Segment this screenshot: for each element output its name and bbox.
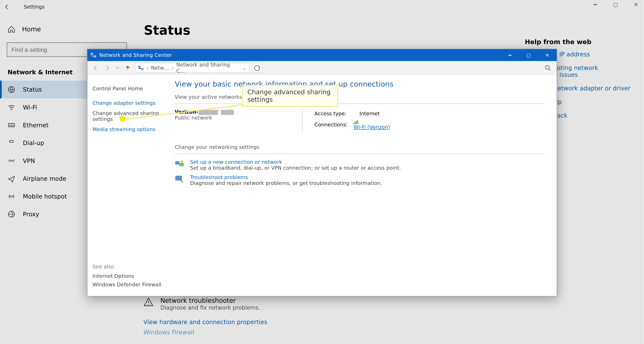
troubleshoot-item[interactable]: Troubleshoot problems Diagnose and repai…: [175, 174, 545, 186]
cp-minimize-icon[interactable]: ━: [500, 49, 519, 61]
sidebar-item-label: Proxy: [23, 211, 39, 217]
svg-rect-20: [176, 176, 182, 180]
setup-connection-icon: [175, 159, 184, 168]
sidebar-item-label: Status: [23, 86, 42, 93]
minimize-icon[interactable]: ━: [590, 2, 600, 7]
chevron-right-icon: ›: [146, 65, 148, 71]
troubleshoot-desc: Diagnose and repair network problems, or…: [190, 180, 382, 186]
ethernet-icon: [8, 121, 16, 129]
close-icon[interactable]: ✕: [631, 2, 641, 7]
crumb-a[interactable]: Netw…: [151, 65, 169, 71]
svg-point-3: [9, 160, 10, 162]
callout-dot-icon: [120, 116, 126, 122]
windows-firewall-link[interactable]: Windows Firewall: [144, 329, 508, 336]
sidebar-home[interactable]: Home: [0, 21, 134, 37]
crumb-b[interactable]: Network and Sharing C…: [176, 62, 237, 74]
view-hardware-link[interactable]: View hardware and connection properties: [144, 319, 508, 325]
signal-icon: [354, 119, 390, 124]
svg-rect-10: [138, 65, 140, 67]
network-troubleshooter[interactable]: Network troubleshooter Diagnose and fix …: [144, 297, 508, 311]
page-title: Status: [144, 23, 634, 38]
chevron-right-icon: ›: [172, 65, 174, 71]
svg-rect-16: [358, 120, 358, 124]
svg-rect-17: [175, 161, 180, 164]
media-streaming-link[interactable]: Media streaming options: [92, 126, 166, 132]
breadcrumb[interactable]: › Netw… › Network and Sharing C… ⌄: [135, 62, 250, 73]
svg-point-7: [148, 304, 149, 305]
sidebar-item-label: Mobile hotspot: [23, 193, 67, 200]
change-settings-label: Change your networking settings: [175, 144, 545, 150]
home-icon: [8, 25, 16, 33]
access-type-value: Internet: [351, 110, 392, 117]
help-heading: Help from the web: [525, 38, 631, 46]
cp-navbar: › Netw… › Network and Sharing C… ⌄: [88, 61, 556, 75]
divider: [175, 153, 545, 154]
svg-rect-14: [355, 122, 356, 124]
sidebar-item-label: Ethernet: [23, 122, 49, 128]
sidebar-item-label: Airplane mode: [23, 175, 66, 182]
see-also: See also Internet Options Windows Defend…: [92, 264, 161, 290]
vpn-icon: [8, 157, 16, 165]
nav-forward-icon[interactable]: [103, 63, 112, 72]
settings-titlebar: Settings ━ ▢ ✕: [0, 0, 644, 13]
setup-connection-link[interactable]: Set up a new connection or network: [190, 159, 401, 165]
svg-rect-18: [180, 163, 184, 166]
control-panel-window: Network and Sharing Center ━ ▢ ✕: [87, 49, 557, 297]
setup-connection-item[interactable]: Set up a new connection or network Set u…: [175, 159, 545, 171]
airplane-icon: [8, 175, 16, 182]
refresh-icon[interactable]: [252, 62, 262, 73]
cp-maximize-icon[interactable]: ▢: [520, 49, 538, 61]
svg-rect-13: [354, 123, 354, 124]
network-troubleshooter-section: Network troubleshooter Diagnose and fix …: [144, 297, 508, 339]
nav-up-icon[interactable]: [123, 63, 132, 72]
nav-dropdown-icon[interactable]: [114, 63, 120, 72]
cp-close-icon[interactable]: ✕: [538, 49, 556, 61]
see-also-heading: See also: [92, 264, 161, 270]
callout-text: Change advanced sharing settings: [247, 88, 330, 103]
svg-point-19: [181, 160, 183, 163]
troubleshoot-icon: [175, 174, 184, 184]
cp-home-link[interactable]: Control Panel Home: [92, 86, 166, 91]
proxy-icon: [8, 210, 16, 218]
internet-options-link[interactable]: Internet Options: [92, 273, 161, 279]
sidebar-item-label: Wi-Fi: [23, 104, 37, 111]
troubleshoot-link[interactable]: Troubleshoot problems: [190, 174, 382, 180]
svg-rect-15: [356, 121, 357, 124]
callout-box: Change advanced sharing settings: [242, 85, 338, 107]
setup-connection-desc: Set up a broadband, dial-up, or VPN conn…: [190, 165, 401, 171]
troubleshooter-sub: Diagnose and fix network problems.: [160, 305, 260, 311]
chevron-down-icon[interactable]: ⌄: [242, 65, 246, 71]
sidebar-item-label: Dial-up: [23, 139, 44, 146]
defender-firewall-link[interactable]: Windows Defender Firewall: [92, 282, 161, 288]
svg-point-4: [12, 160, 14, 162]
cp-title-text: Network and Sharing Center: [99, 52, 172, 58]
search-icon[interactable]: [542, 62, 553, 73]
network-icon: [138, 65, 144, 71]
window-title: Settings: [24, 4, 45, 10]
wifi-icon: [8, 103, 16, 111]
svg-point-5: [11, 196, 12, 197]
sidebar-item-label: VPN: [23, 157, 35, 164]
cp-heading: View your basic network information and …: [175, 80, 545, 88]
maximize-icon[interactable]: ▢: [611, 2, 621, 7]
svg-point-12: [546, 65, 549, 69]
hotspot-icon: [8, 193, 16, 200]
nav-back-icon[interactable]: [91, 63, 100, 72]
cp-titlebar[interactable]: Network and Sharing Center ━ ▢ ✕: [88, 49, 556, 61]
dialup-icon: [8, 139, 16, 147]
back-icon[interactable]: [3, 3, 14, 10]
svg-point-1: [11, 109, 12, 110]
wifi-connection-link[interactable]: Wi-Fi (Verizon): [354, 124, 390, 130]
warning-icon: [144, 297, 154, 307]
sidebar-home-label: Home: [22, 25, 41, 33]
svg-rect-8: [91, 53, 93, 55]
status-icon: [8, 86, 16, 93]
network-sharing-icon: [90, 52, 96, 58]
troubleshooter-title: Network troubleshooter: [160, 297, 260, 305]
